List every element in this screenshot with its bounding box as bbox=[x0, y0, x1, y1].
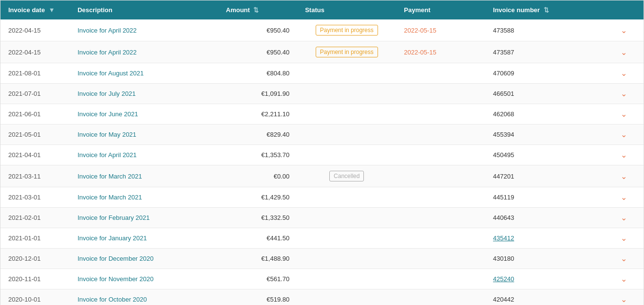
cell-status bbox=[297, 249, 396, 269]
chevron-down-icon[interactable]: ⌄ bbox=[621, 234, 627, 242]
cell-expand[interactable]: ⌄ bbox=[604, 249, 644, 269]
cell-description[interactable]: Invoice for December 2020 bbox=[70, 249, 218, 269]
cell-invoice-number: 430180 bbox=[485, 249, 604, 269]
table-row: 2020-10-01Invoice for October 2020€519.8… bbox=[0, 289, 644, 305]
cell-payment bbox=[396, 63, 485, 84]
cell-invoice-number[interactable]: 435412 bbox=[485, 228, 604, 249]
cell-invoice-date: 2021-08-01 bbox=[0, 63, 70, 84]
chevron-down-icon[interactable]: ⌄ bbox=[621, 48, 627, 56]
cell-invoice-number: 420442 bbox=[485, 289, 604, 305]
cell-description[interactable]: Invoice for April 2022 bbox=[70, 41, 218, 63]
cell-status bbox=[297, 125, 396, 145]
cell-payment bbox=[396, 104, 485, 125]
cell-invoice-date: 2020-10-01 bbox=[0, 289, 70, 305]
cell-invoice-date: 2022-04-15 bbox=[0, 19, 70, 41]
cell-expand[interactable]: ⌄ bbox=[604, 165, 644, 187]
cell-invoice-date: 2021-05-01 bbox=[0, 125, 70, 145]
cell-expand[interactable]: ⌄ bbox=[604, 269, 644, 289]
status-badge-progress: Payment in progress bbox=[316, 25, 378, 36]
chevron-down-icon[interactable]: ⌄ bbox=[621, 254, 627, 263]
cell-expand[interactable]: ⌄ bbox=[604, 145, 644, 165]
invoice-table-container: Invoice date ▼ Description Amount ⇅ Stat… bbox=[0, 0, 644, 305]
cell-invoice-date: 2021-07-01 bbox=[0, 84, 70, 104]
cell-payment bbox=[396, 187, 485, 208]
cell-amount: €804.80 bbox=[218, 63, 297, 84]
cell-invoice-number: 462068 bbox=[485, 104, 604, 125]
cell-payment bbox=[396, 249, 485, 269]
cell-expand[interactable]: ⌄ bbox=[604, 289, 644, 305]
cell-expand[interactable]: ⌄ bbox=[604, 104, 644, 125]
cell-expand[interactable]: ⌄ bbox=[604, 208, 644, 228]
cell-amount: €1,488.90 bbox=[218, 249, 297, 269]
chevron-down-icon[interactable]: ⌄ bbox=[621, 90, 627, 98]
cell-description[interactable]: Invoice for January 2021 bbox=[70, 228, 218, 249]
cell-status: Cancelled bbox=[297, 165, 396, 187]
cell-amount: €561.70 bbox=[218, 269, 297, 289]
sort-both-icon-invoice: ⇅ bbox=[544, 6, 549, 14]
cell-payment bbox=[396, 145, 485, 165]
chevron-down-icon[interactable]: ⌄ bbox=[621, 295, 627, 304]
cell-status bbox=[297, 228, 396, 249]
cell-description[interactable]: Invoice for March 2021 bbox=[70, 165, 218, 187]
table-row: 2021-02-01Invoice for February 2021€1,33… bbox=[0, 208, 644, 228]
cell-description[interactable]: Invoice for October 2020 bbox=[70, 289, 218, 305]
chevron-down-icon[interactable]: ⌄ bbox=[621, 151, 627, 159]
cell-expand[interactable]: ⌄ bbox=[604, 125, 644, 145]
col-header-amount[interactable]: Amount ⇅ bbox=[218, 0, 297, 19]
chevron-down-icon[interactable]: ⌄ bbox=[621, 193, 627, 201]
cell-amount: €2,211.10 bbox=[218, 104, 297, 125]
cell-description[interactable]: Invoice for April 2021 bbox=[70, 145, 218, 165]
cell-invoice-date: 2020-11-01 bbox=[0, 269, 70, 289]
cell-expand[interactable]: ⌄ bbox=[604, 63, 644, 84]
cell-expand[interactable]: ⌄ bbox=[604, 228, 644, 249]
chevron-down-icon[interactable]: ⌄ bbox=[621, 214, 627, 222]
chevron-down-icon[interactable]: ⌄ bbox=[621, 275, 627, 283]
cell-expand[interactable]: ⌄ bbox=[604, 187, 644, 208]
cell-description[interactable]: Invoice for November 2020 bbox=[70, 269, 218, 289]
sort-desc-icon: ▼ bbox=[49, 6, 55, 14]
cell-status bbox=[297, 208, 396, 228]
cell-payment: 2022-05-15 bbox=[396, 41, 485, 63]
cell-amount: €950.40 bbox=[218, 19, 297, 41]
cell-description[interactable]: Invoice for July 2021 bbox=[70, 84, 218, 104]
invoice-table: Invoice date ▼ Description Amount ⇅ Stat… bbox=[0, 0, 644, 305]
cell-status bbox=[297, 269, 396, 289]
status-badge-progress: Payment in progress bbox=[316, 47, 378, 57]
table-row: 2021-03-11Invoice for March 2021€0.00Can… bbox=[0, 165, 644, 187]
cell-description[interactable]: Invoice for April 2022 bbox=[70, 19, 218, 41]
cell-description[interactable]: Invoice for February 2021 bbox=[70, 208, 218, 228]
table-row: 2021-05-01Invoice for May 2021€829.40455… bbox=[0, 125, 644, 145]
cell-amount: €1,429.50 bbox=[218, 187, 297, 208]
table-row: 2021-07-01Invoice for July 2021€1,091.90… bbox=[0, 84, 644, 104]
cell-expand[interactable]: ⌄ bbox=[604, 84, 644, 104]
table-body: 2022-04-15Invoice for April 2022€950.40P… bbox=[0, 19, 644, 305]
cell-invoice-number: 447201 bbox=[485, 165, 604, 187]
chevron-down-icon[interactable]: ⌄ bbox=[621, 172, 627, 180]
cell-amount: €1,091.90 bbox=[218, 84, 297, 104]
cell-status bbox=[297, 104, 396, 125]
col-header-invoice-number[interactable]: Invoice number ⇅ bbox=[485, 0, 604, 19]
chevron-down-icon[interactable]: ⌄ bbox=[621, 69, 627, 77]
sort-both-icon: ⇅ bbox=[253, 6, 259, 14]
cell-invoice-number: 473587 bbox=[485, 41, 604, 63]
chevron-down-icon[interactable]: ⌄ bbox=[621, 110, 627, 118]
cell-description[interactable]: Invoice for May 2021 bbox=[70, 125, 218, 145]
cell-payment bbox=[396, 269, 485, 289]
chevron-down-icon[interactable]: ⌄ bbox=[621, 130, 627, 139]
cell-invoice-date: 2021-01-01 bbox=[0, 228, 70, 249]
cell-expand[interactable]: ⌄ bbox=[604, 41, 644, 63]
col-header-payment: Payment bbox=[396, 0, 485, 19]
cell-description[interactable]: Invoice for August 2021 bbox=[70, 63, 218, 84]
cell-invoice-number[interactable]: 425240 bbox=[485, 269, 604, 289]
table-row: 2020-12-01Invoice for December 2020€1,48… bbox=[0, 249, 644, 269]
chevron-down-icon[interactable]: ⌄ bbox=[621, 26, 627, 35]
cell-expand[interactable]: ⌄ bbox=[604, 19, 644, 41]
cell-invoice-date: 2022-04-15 bbox=[0, 41, 70, 63]
cell-amount: €1,353.70 bbox=[218, 145, 297, 165]
cell-description[interactable]: Invoice for March 2021 bbox=[70, 187, 218, 208]
cell-invoice-date: 2021-03-01 bbox=[0, 187, 70, 208]
col-header-invoice-date[interactable]: Invoice date ▼ bbox=[0, 0, 70, 19]
cell-description[interactable]: Invoice for June 2021 bbox=[70, 104, 218, 125]
table-row: 2021-04-01Invoice for April 2021€1,353.7… bbox=[0, 145, 644, 165]
cell-status bbox=[297, 84, 396, 104]
